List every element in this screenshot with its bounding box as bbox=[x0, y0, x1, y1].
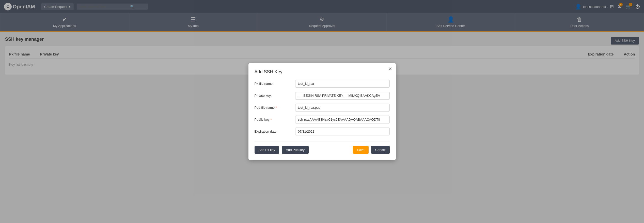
modal-overlay: Add SSH Key ✕ Pk file name: Private key:… bbox=[0, 0, 644, 80]
modal-title: Add SSH Key bbox=[255, 69, 390, 75]
add-ssh-key-modal: Add SSH Key ✕ Pk file name: Private key:… bbox=[248, 63, 396, 80]
modal-close-button[interactable]: ✕ bbox=[388, 66, 392, 72]
